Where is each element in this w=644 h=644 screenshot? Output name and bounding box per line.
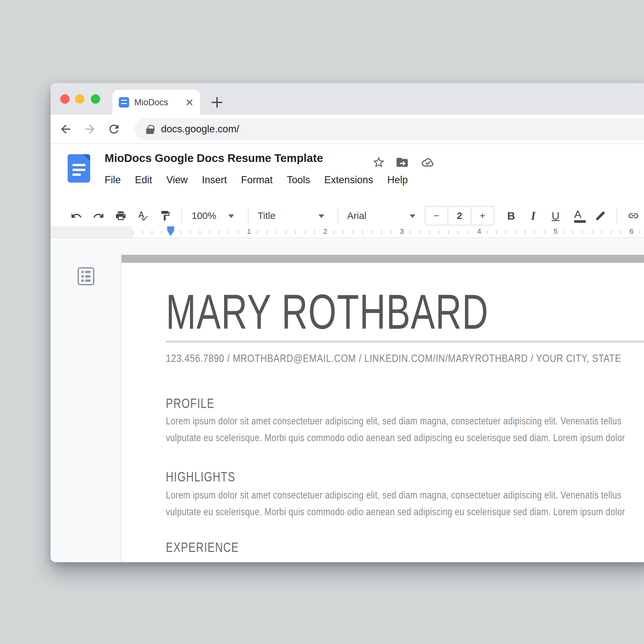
- url-bar[interactable]: docs.google.com/: [135, 118, 644, 140]
- move-to-folder-icon[interactable]: [395, 156, 409, 169]
- ruler-margin-area: [51, 226, 133, 238]
- menu-file[interactable]: File: [105, 174, 121, 186]
- toolbar-divider: [181, 209, 182, 223]
- paragraph-style-control[interactable]: Title: [258, 210, 276, 221]
- menu-help[interactable]: Help: [387, 174, 408, 186]
- ruler-number: 5: [552, 227, 559, 236]
- section-heading-experience[interactable]: EXPERIENCE: [166, 540, 239, 555]
- document-title[interactable]: MioDocs Google Docs Resume Template: [105, 152, 323, 165]
- name-divider: [166, 340, 644, 343]
- zoom-window-button[interactable]: [91, 94, 100, 104]
- tab-title: MioDocs: [134, 98, 168, 108]
- resume-name[interactable]: MARY ROTHBARD: [166, 287, 489, 336]
- decrease-font-size-button[interactable]: −: [425, 207, 448, 225]
- page-header-band: [121, 255, 644, 263]
- forward-icon[interactable]: [83, 122, 97, 136]
- document-canvas: MARY ROTHBARD 123.456.7890 / MROTHBARD@E…: [51, 239, 644, 562]
- resume-contact-line[interactable]: 123.456.7890 / MROTHBARD@EMAIL.COM / LIN…: [166, 352, 621, 365]
- minimize-window-button[interactable]: [75, 94, 84, 104]
- tab-strip: MioDocs: [51, 83, 644, 115]
- new-tab-button[interactable]: [212, 97, 223, 108]
- menu-view[interactable]: View: [166, 174, 188, 186]
- menu-bar: File Edit View Insert Format Tools Exten…: [105, 174, 408, 186]
- toolbar-divider: [248, 209, 249, 223]
- docs-header: MioDocs Google Docs Resume Template File…: [51, 145, 644, 205]
- body-line: Lorem ipsum dolor sit amet consectetuer …: [166, 487, 625, 504]
- section-heading-highlights[interactable]: HIGHLIGHTS: [166, 469, 235, 485]
- ruler-ticks: [133, 231, 644, 234]
- docs-toolbar: 100% Title Arial − 2 + B I U A: [51, 205, 644, 226]
- font-size-value[interactable]: 2: [448, 207, 471, 225]
- body-line: vulputate eu scelerisque. Morbi quis com…: [166, 430, 625, 446]
- underline-button[interactable]: U: [552, 210, 560, 222]
- menu-extensions[interactable]: Extensions: [324, 174, 373, 186]
- browser-tab[interactable]: MioDocs: [112, 90, 200, 115]
- menu-tools[interactable]: Tools: [287, 174, 310, 186]
- ruler-number: 1: [245, 227, 253, 236]
- section-body-profile[interactable]: Lorem ipsum dolor sit amet consectetuer …: [166, 413, 625, 446]
- chevron-down-icon[interactable]: [410, 214, 415, 218]
- toolbar-divider: [617, 209, 617, 223]
- navigation-bar: docs.google.com/: [51, 115, 644, 144]
- menu-insert[interactable]: Insert: [202, 174, 227, 186]
- cloud-saved-icon[interactable]: [421, 156, 434, 169]
- back-icon[interactable]: [59, 122, 72, 136]
- ruler-number: 3: [398, 227, 406, 236]
- show-outline-icon[interactable]: [78, 267, 94, 285]
- print-icon[interactable]: [115, 210, 127, 222]
- increase-font-size-button[interactable]: +: [471, 207, 494, 225]
- reload-icon[interactable]: [107, 122, 121, 136]
- paint-format-icon[interactable]: [159, 210, 171, 222]
- body-line: vulputate eu scelerisque. Morbi quis com…: [166, 504, 625, 520]
- star-icon[interactable]: [372, 156, 385, 169]
- close-window-button[interactable]: [60, 94, 70, 104]
- ruler-number: 2: [321, 227, 329, 236]
- section-body-highlights[interactable]: Lorem ipsum dolor sit amet consectetuer …: [166, 487, 625, 520]
- italic-button[interactable]: I: [531, 209, 535, 223]
- redo-icon[interactable]: [93, 210, 104, 222]
- docs-favicon-icon: [119, 97, 129, 108]
- chevron-down-icon[interactable]: [318, 214, 324, 218]
- bold-button[interactable]: B: [507, 210, 515, 222]
- chevron-down-icon[interactable]: [228, 214, 234, 218]
- menu-edit[interactable]: Edit: [135, 174, 152, 186]
- ruler: 1 2 3 4 5 6: [51, 226, 644, 238]
- lock-icon[interactable]: [146, 124, 154, 134]
- google-docs-logo[interactable]: [68, 154, 90, 183]
- zoom-control[interactable]: 100%: [192, 210, 216, 221]
- font-family-control[interactable]: Arial: [347, 210, 366, 221]
- insert-link-icon[interactable]: [628, 210, 639, 222]
- tab-close-icon[interactable]: [185, 98, 194, 107]
- body-line: Lorem ipsum dolor sit amet consectetuer …: [166, 413, 625, 430]
- url-text[interactable]: docs.google.com/: [161, 123, 239, 135]
- ruler-number: 4: [475, 227, 483, 236]
- ruler-number: 6: [628, 227, 635, 236]
- browser-window: MioDocs docs.google.com/ MioDocs Google …: [51, 83, 644, 562]
- document-page[interactable]: MARY ROTHBARD 123.456.7890 / MROTHBARD@E…: [121, 254, 644, 562]
- section-heading-profile[interactable]: PROFILE: [166, 396, 214, 411]
- highlighter-icon[interactable]: [595, 210, 606, 222]
- indent-marker[interactable]: [167, 226, 174, 236]
- text-color-button[interactable]: A: [574, 209, 586, 223]
- spellcheck-icon[interactable]: [137, 210, 149, 222]
- font-size-control: − 2 +: [425, 206, 494, 225]
- toolbar-divider: [337, 209, 338, 223]
- undo-icon[interactable]: [71, 210, 82, 222]
- menu-format[interactable]: Format: [241, 174, 273, 186]
